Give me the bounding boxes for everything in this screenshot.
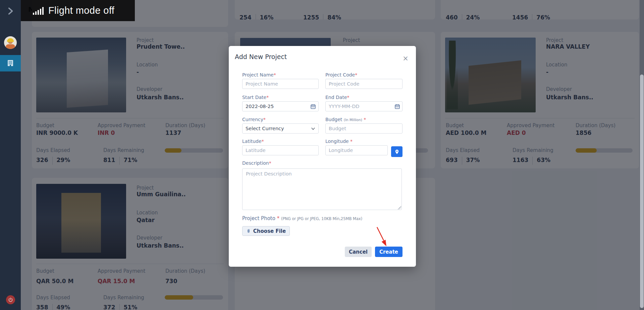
flight-mode-text: Flight mode off [48,5,114,16]
paperclip-icon [246,228,251,234]
pick-location-button[interactable] [391,146,402,157]
latitude-input[interactable] [242,145,319,155]
signal-bars-icon [33,7,44,15]
map-pin-icon [394,149,399,154]
power-icon [8,297,13,302]
budget-input[interactable] [325,123,402,134]
avatar[interactable] [4,36,17,49]
building-icon [6,59,14,67]
start-date-input[interactable] [242,101,319,111]
cancel-button[interactable]: Cancel [345,247,372,257]
close-icon[interactable]: × [402,55,409,62]
annotation-arrow [370,225,391,250]
sidebar-item-projects[interactable] [0,55,21,71]
modal-title: Add New Project [235,53,287,60]
sidebar [0,0,21,310]
scrollbar-thumb[interactable] [640,74,644,308]
chevron-right-icon[interactable] [6,7,15,15]
logout-button[interactable] [6,295,15,304]
chevron-down-icon [311,126,315,131]
description-textarea[interactable] [242,168,402,210]
calendar-icon[interactable] [394,104,400,109]
project-name-input[interactable] [242,79,319,89]
resize-grip[interactable] [398,206,401,209]
calendar-icon[interactable] [310,104,316,109]
choose-file-button[interactable]: Choose File [242,226,290,236]
currency-select[interactable]: Select Currency [242,123,319,134]
flight-mode-toast: Flight mode off [21,0,135,21]
longitude-input[interactable] [325,145,388,155]
app-screen: My Projects 254 16% 1255 84% 460 24% 145… [0,0,644,310]
end-date-input[interactable] [325,101,402,111]
photo-hint: (PNG or JPG or JPEG, 10KB Min,25MB Max) [281,216,362,221]
scrollbar-track[interactable] [640,0,644,310]
project-code-input[interactable] [325,79,402,89]
